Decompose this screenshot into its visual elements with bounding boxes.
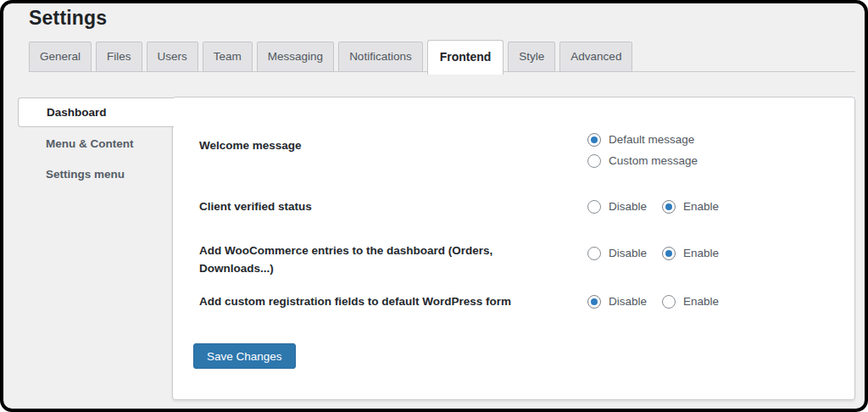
radio-group: Disable Enable xyxy=(587,247,719,277)
radio-option-enable[interactable]: Enable xyxy=(662,200,719,214)
radio-option-disable[interactable]: Disable xyxy=(587,247,647,260)
setting-label: Client verified status xyxy=(199,200,587,214)
sidebar-item-dashboard[interactable]: Dashboard xyxy=(18,97,174,127)
radio-label: Custom message xyxy=(609,154,698,168)
tab-style[interactable]: Style xyxy=(508,42,555,72)
tab-team[interactable]: Team xyxy=(203,42,253,72)
setting-row-woocommerce-entries: Add WooCommerce entries to the dashboard… xyxy=(199,242,835,277)
tab-files[interactable]: Files xyxy=(96,42,142,72)
setting-row-welcome-message: Welcome message Default message Custom m… xyxy=(199,133,835,168)
tab-general[interactable]: General xyxy=(29,42,92,72)
tab-bar: General Files Users Team Messaging Notif… xyxy=(29,42,632,75)
content-panel: Welcome message Default message Custom m… xyxy=(172,97,855,400)
radio-button-icon[interactable] xyxy=(587,154,601,168)
page-title: Settings xyxy=(29,7,107,30)
radio-group: Disable Enable xyxy=(587,295,719,309)
radio-button-icon[interactable] xyxy=(662,247,676,260)
radio-label: Disable xyxy=(609,295,647,309)
radio-option-enable[interactable]: Enable xyxy=(662,247,719,260)
radio-button-icon[interactable] xyxy=(587,133,601,147)
radio-label: Disable xyxy=(609,200,647,214)
radio-button-icon[interactable] xyxy=(662,295,676,309)
setting-row-custom-registration-fields: Add custom registration fields to defaul… xyxy=(199,295,835,309)
setting-label: Welcome message xyxy=(199,133,587,168)
settings-window: Settings General Files Users Team Messag… xyxy=(0,0,868,412)
radio-button-icon[interactable] xyxy=(587,247,601,260)
setting-label: Add custom registration fields to defaul… xyxy=(199,295,587,309)
radio-group: Disable Enable xyxy=(587,200,719,214)
radio-option-custom-message[interactable]: Custom message xyxy=(587,154,698,168)
radio-button-icon[interactable] xyxy=(662,200,676,214)
radio-option-disable[interactable]: Disable xyxy=(587,200,647,214)
tab-messaging[interactable]: Messaging xyxy=(257,42,334,72)
radio-label: Enable xyxy=(683,247,719,260)
radio-group: Default message Custom message xyxy=(587,133,698,168)
radio-label: Disable xyxy=(609,247,647,260)
tab-frontend[interactable]: Frontend xyxy=(427,40,504,75)
radio-button-icon[interactable] xyxy=(587,295,601,309)
radio-option-enable[interactable]: Enable xyxy=(662,295,719,309)
radio-option-disable[interactable]: Disable xyxy=(587,295,647,309)
radio-label: Enable xyxy=(683,200,719,214)
radio-option-default-message[interactable]: Default message xyxy=(587,133,698,147)
radio-label: Default message xyxy=(609,133,694,147)
setting-label: Add WooCommerce entries to the dashboard… xyxy=(199,242,587,277)
sidebar-item-settings-menu[interactable]: Settings menu xyxy=(46,168,125,181)
setting-row-client-verified: Client verified status Disable Enable xyxy=(199,200,835,214)
tab-notifications[interactable]: Notifications xyxy=(338,42,423,72)
sidebar-item-menu-content[interactable]: Menu & Content xyxy=(46,137,134,150)
tab-users[interactable]: Users xyxy=(147,42,198,72)
save-changes-button[interactable]: Save Changes xyxy=(193,343,296,369)
radio-button-icon[interactable] xyxy=(587,200,601,214)
radio-label: Enable xyxy=(683,295,719,309)
tab-advanced[interactable]: Advanced xyxy=(559,42,632,72)
